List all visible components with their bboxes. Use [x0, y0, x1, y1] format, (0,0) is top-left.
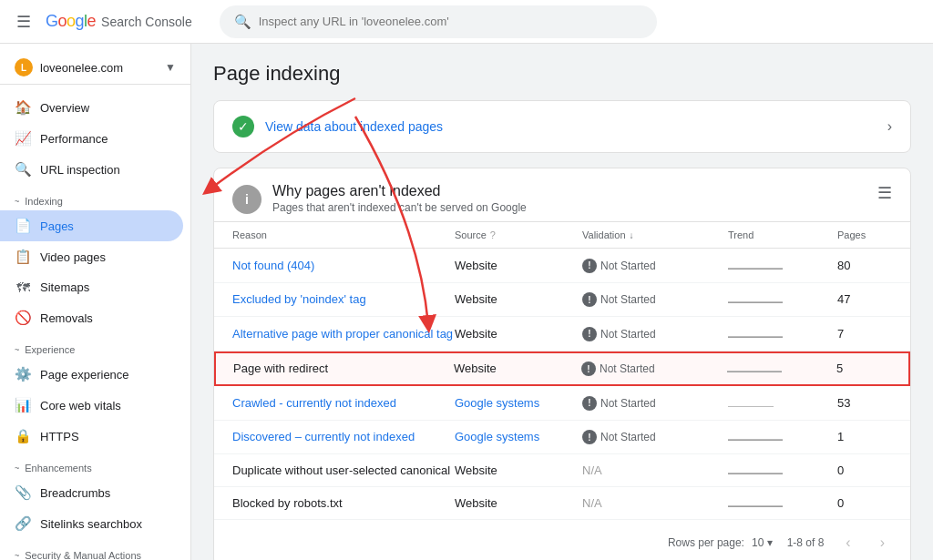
pages-cell: 47 — [837, 292, 892, 306]
table-row: Crawled - currently not indexed Google s… — [214, 386, 910, 421]
sidebar-item-sitemaps[interactable]: 🗺 Sitemaps — [0, 272, 183, 302]
validation-cell: ! Not Started — [582, 395, 728, 411]
sidebar-item-page-experience[interactable]: ⚙️ Page experience — [0, 359, 183, 390]
table-footer: Rows per page: 10 ▾ 1-8 of 8 ‹ › — [214, 520, 910, 560]
validation-cell: N/A — [582, 496, 728, 510]
filter-icon[interactable]: ☰ — [877, 183, 892, 203]
trend-cell — [728, 396, 837, 410]
not-started-badge: ! Not Started — [581, 361, 655, 376]
reason-cell[interactable]: Not found (404) — [232, 259, 455, 272]
google-logo: Google — [46, 12, 96, 31]
account-selector[interactable]: L loveonelee.com ▼ — [0, 51, 190, 85]
sidebar-label-overview: Overview — [40, 101, 89, 115]
home-icon: 🏠 — [15, 99, 31, 116]
sidebar-item-performance[interactable]: 📈 Performance — [0, 123, 183, 154]
sidebar-item-pages[interactable]: 📄 Pages — [0, 210, 183, 241]
search-input[interactable] — [259, 15, 642, 28]
sidebar-item-url-inspection[interactable]: 🔍 URL inspection — [0, 154, 183, 185]
validation-cell: ! Not Started — [582, 258, 728, 273]
sidebar-item-sitelinks-searchbox[interactable]: 🔗 Sitelinks searchbox — [0, 508, 183, 539]
not-started-icon: ! — [581, 361, 596, 376]
sidebar-label-breadcrumbs: Breadcrumbs — [40, 486, 110, 500]
table-row: Alternative page with proper canonical t… — [214, 317, 910, 351]
reason-cell: Page with redirect — [233, 361, 454, 375]
reason-cell[interactable]: Excluded by 'noindex' tag — [232, 292, 455, 306]
trend-line — [728, 473, 783, 474]
sidebar-item-breadcrumbs[interactable]: 📎 Breadcrumbs — [0, 477, 183, 508]
pages-cell: 0 — [837, 463, 892, 477]
trend-line — [728, 336, 783, 338]
sidebar-label-video-pages: Video pages — [40, 250, 106, 264]
rows-per-page-selector[interactable]: 10 ▾ — [752, 536, 773, 549]
sidebar-item-removals[interactable]: 🚫 Removals — [0, 302, 183, 333]
experience-section-label[interactable]: Experience — [0, 333, 190, 359]
table-header: Reason Source ? Validation ↓ Trend Pages — [214, 222, 910, 249]
url-search-bar[interactable]: 🔍 — [220, 5, 657, 38]
pages-cell: 5 — [836, 361, 891, 375]
search-icon: 🔍 — [234, 14, 251, 30]
trend-cell — [728, 292, 837, 306]
table-row-highlighted: Page with redirect Website ! Not Started… — [214, 351, 910, 387]
reason-cell[interactable]: Alternative page with proper canonical t… — [232, 327, 455, 341]
why-card-subtitle: Pages that aren't indexed can't be serve… — [272, 201, 527, 214]
col-header-validation[interactable]: Validation ↓ — [582, 229, 728, 240]
source-cell: Website — [455, 496, 582, 510]
indexed-banner[interactable]: ✓ View data about indexed pages › — [214, 101, 910, 152]
not-started-icon: ! — [582, 430, 597, 444]
sidebar-label-sitemaps: Sitemaps — [40, 280, 89, 294]
pagination-next-button[interactable]: › — [873, 531, 892, 555]
not-started-icon: ! — [582, 396, 597, 411]
sidebar-item-https[interactable]: 🔒 HTTPS — [0, 421, 183, 452]
not-started-icon: ! — [582, 259, 597, 273]
account-dropdown-icon: ▼ — [165, 61, 176, 74]
sidebar-item-overview[interactable]: 🏠 Overview — [0, 92, 183, 123]
table-row: Not found (404) Website ! Not Started 80 — [214, 249, 910, 283]
sidebar-label-performance: Performance — [40, 132, 108, 146]
validation-cell: N/A — [582, 463, 728, 477]
reason-cell: Blocked by robots.txt — [232, 496, 455, 510]
sidebar-label-pages: Pages — [40, 219, 74, 233]
account-icon: L — [15, 58, 33, 76]
sitemaps-icon: 🗺 — [15, 280, 31, 295]
sidebar-label-sitelinks-searchbox: Sitelinks searchbox — [40, 517, 142, 531]
validation-cell: ! Not Started — [582, 326, 728, 341]
reason-cell[interactable]: Discovered – currently not indexed — [232, 430, 455, 443]
table-row: Duplicate without user-selected canonica… — [214, 454, 910, 487]
sidebar-item-core-web-vitals[interactable]: 📊 Core web vitals — [0, 390, 183, 421]
reason-cell[interactable]: Crawled - currently not indexed — [232, 396, 455, 410]
col-header-trend: Trend — [728, 229, 837, 240]
table-row: Blocked by robots.txt Website N/A 0 — [214, 487, 910, 520]
enhancements-section-label[interactable]: Enhancements — [0, 452, 190, 477]
trend-cell — [728, 327, 837, 341]
na-label: N/A — [582, 496, 602, 510]
removals-icon: 🚫 — [15, 310, 31, 326]
indexing-section-label[interactable]: Indexing — [0, 185, 190, 210]
indexed-banner-arrow-icon: › — [887, 118, 892, 135]
security-section-label[interactable]: Security & Manual Actions — [0, 539, 190, 560]
why-card-title: Why pages aren't indexed — [272, 183, 527, 199]
url-inspection-icon: 🔍 — [15, 161, 31, 178]
trend-cell — [727, 361, 836, 375]
main-layout: L loveonelee.com ▼ 🏠 Overview 📈 Performa… — [0, 44, 933, 560]
pagination-prev-button[interactable]: ‹ — [838, 531, 857, 555]
source-cell: Website — [455, 292, 582, 306]
validation-cell: ! Not Started — [581, 361, 727, 377]
page-title: Page indexing — [213, 62, 911, 86]
pages-icon: 📄 — [15, 218, 31, 234]
sidebar-item-video-pages[interactable]: 📋 Video pages — [0, 241, 183, 272]
source-cell: Website — [455, 327, 582, 341]
source-help-icon[interactable]: ? — [490, 229, 496, 240]
content-area: Page indexing ✓ View data about indexed … — [191, 44, 933, 560]
menu-icon[interactable]: ☰ — [11, 6, 36, 37]
source-cell: Google systems — [455, 430, 582, 443]
why-pages-card: i Why pages aren't indexed Pages that ar… — [213, 168, 911, 560]
col-header-pages: Pages — [837, 229, 892, 240]
source-cell: Website — [455, 259, 582, 272]
source-cell: Website — [455, 463, 582, 477]
not-started-badge: ! Not Started — [582, 327, 656, 341]
trend-line — [728, 301, 783, 303]
trend-cell — [728, 430, 837, 443]
sidebar-label-url-inspection: URL inspection — [40, 163, 120, 177]
sidebar-label-removals: Removals — [40, 311, 93, 325]
rows-per-page-label: Rows per page: 10 ▾ — [668, 536, 773, 549]
